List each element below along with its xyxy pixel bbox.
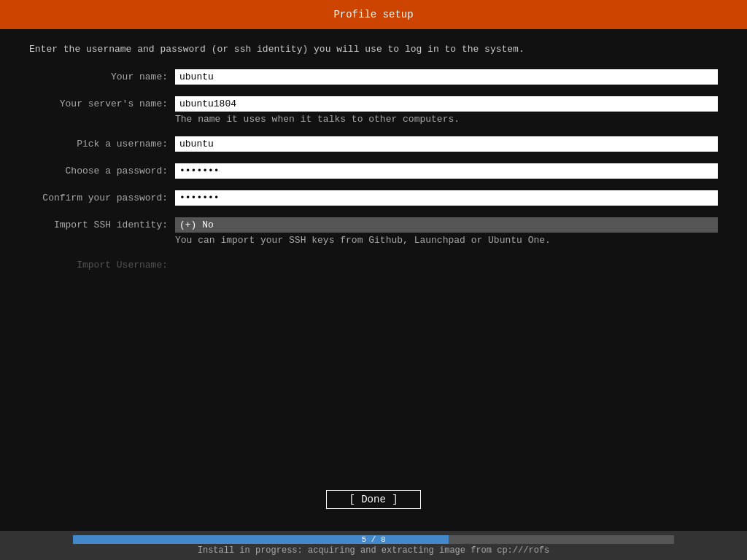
intro-text: Enter the username and password (or ssh … — [29, 44, 718, 55]
username-row: Pick a username: — [29, 136, 718, 152]
import-username-row: Import Username: — [29, 257, 718, 271]
server-name-field-group: The name it uses when it talks to other … — [175, 96, 718, 125]
username-label: Pick a username: — [29, 136, 175, 149]
username-field-group — [175, 136, 718, 152]
your-name-row: Your name: — [29, 69, 718, 85]
ssh-hint: You can import your SSH keys from Github… — [175, 235, 718, 246]
password-field-group — [175, 163, 718, 179]
ssh-dropdown[interactable]: (+) No — [175, 217, 718, 233]
confirm-password-field-group — [175, 190, 718, 206]
confirm-password-label: Confirm your password: — [29, 190, 175, 203]
confirm-password-row: Confirm your password: — [29, 190, 718, 206]
password-label: Choose a password: — [29, 163, 175, 176]
status-text: Install in progress: acquiring and extra… — [0, 545, 747, 556]
progress-label: 5 / 8 — [73, 535, 674, 544]
server-name-row: Your server's name: The name it uses whe… — [29, 96, 718, 125]
server-name-input[interactable] — [175, 96, 718, 112]
server-name-label: Your server's name: — [29, 96, 175, 109]
password-row: Choose a password: — [29, 163, 718, 179]
progress-bar-container: 5 / 8 — [0, 535, 747, 544]
your-name-field-group — [175, 69, 718, 85]
your-name-label: Your name: — [29, 69, 175, 82]
password-input[interactable] — [175, 163, 718, 179]
server-name-hint: The name it uses when it talks to other … — [175, 114, 718, 125]
done-button[interactable]: [ Done ] — [326, 490, 420, 509]
progress-bar-background: 5 / 8 — [73, 535, 674, 544]
ssh-identity-row: Import SSH identity: (+) No You can impo… — [29, 217, 718, 246]
username-input[interactable] — [175, 136, 718, 152]
your-name-input[interactable] — [175, 69, 718, 85]
done-button-row: [ Done ] — [0, 490, 747, 509]
header: Profile setup — [0, 0, 747, 29]
footer: 5 / 8 Install in progress: acquiring and… — [0, 531, 747, 560]
confirm-password-input[interactable] — [175, 190, 718, 206]
header-title: Profile setup — [333, 9, 413, 20]
main-content: Enter the username and password (or ssh … — [0, 29, 747, 531]
ssh-identity-label: Import SSH identity: — [29, 217, 175, 230]
import-username-label: Import Username: — [29, 257, 175, 271]
ssh-identity-field-group: (+) No You can import your SSH keys from… — [175, 217, 718, 246]
